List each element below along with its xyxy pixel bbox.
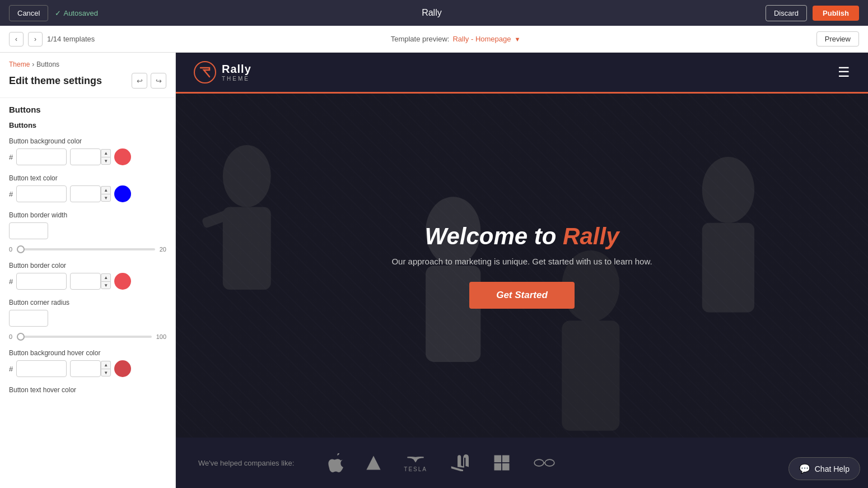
tesla-logo: TESLA [404, 454, 427, 472]
border-color-input[interactable]: eb4e54 [16, 273, 67, 290]
bg-color-row: # eb4e54 100% ▲ ▼ [9, 148, 166, 165]
subsection-title: Buttons [0, 117, 175, 133]
chat-help-button[interactable]: 💬 Chat Help [788, 457, 860, 480]
template-bar: ‹ › 1/14 templates Template preview: Ral… [0, 26, 868, 53]
next-template-button[interactable]: › [28, 32, 43, 47]
template-nav: ‹ › 1/14 templates [9, 32, 95, 47]
panel-title: Edit theme settings [9, 75, 102, 87]
top-bar-left: Cancel ✓ Autosaved [9, 5, 98, 21]
right-preview: Rally THEME ☰ [176, 53, 868, 488]
left-panel: Theme › Buttons Edit theme settings ↩ ↪ … [0, 53, 176, 488]
preview-label: Template preview: [391, 35, 450, 43]
border-opacity-down-btn[interactable]: ▼ [101, 281, 111, 289]
hover-bg-row: # d1464b 100% ▲ ▼ [9, 360, 166, 377]
bg-color-input[interactable]: eb4e54 [16, 148, 67, 165]
template-count: 1/14 templates [47, 35, 95, 43]
hover-bg-field: Button background hover color # d1464b 1… [0, 345, 175, 382]
hero-title: Welcome to Rally [391, 223, 652, 250]
rally-hero: Welcome to Rally Our approach to marketi… [176, 94, 868, 438]
svg-point-0 [223, 145, 271, 207]
border-opacity-wrap: 100% ▲ ▼ [70, 273, 111, 290]
hover-opacity-spinner: ▲ ▼ [101, 361, 111, 377]
border-opacity-spinner: ▲ ▼ [101, 273, 111, 289]
autosaved-status: ✓ Autosaved [55, 9, 97, 17]
main-layout: Theme › Buttons Edit theme settings ↩ ↪ … [0, 53, 868, 488]
template-preview-area: Template preview: Rally - Homepage ▼ [391, 35, 521, 43]
section-title: Buttons [0, 100, 175, 117]
rally-hero-content: Welcome to Rally Our approach to marketi… [380, 212, 663, 320]
hash-symbol: # [9, 153, 13, 161]
opacity-down-btn[interactable]: ▼ [101, 157, 111, 165]
hero-cta-button[interactable]: Get Started [469, 282, 575, 309]
svg-point-14 [534, 459, 544, 466]
rally-logo-text: Rally THEME [222, 63, 251, 82]
undo-button[interactable]: ↩ [132, 73, 147, 89]
section-divider [0, 97, 175, 98]
hover-bg-swatch[interactable] [114, 360, 131, 377]
discard-button[interactable]: Discard [766, 5, 807, 21]
meta-logo [533, 457, 556, 469]
corner-radius-slider-row: 0 100 [0, 331, 175, 345]
preview-inner: Rally THEME ☰ [176, 53, 868, 488]
hover-opacity-down-btn[interactable]: ▼ [101, 369, 111, 377]
apple-logo [328, 453, 343, 472]
publish-button[interactable]: Publish [813, 6, 859, 21]
text-opacity-up-btn[interactable]: ▲ [101, 186, 111, 194]
text-opacity-down-btn[interactable]: ▼ [101, 194, 111, 202]
corner-radius-min: 0 [9, 333, 12, 340]
border-opacity-up-btn[interactable]: ▲ [101, 273, 111, 281]
corner-radius-label: Button corner radius [9, 299, 166, 306]
svg-rect-13 [502, 463, 510, 471]
bg-opacity-input[interactable]: 100% [70, 148, 101, 165]
opacity-up-btn[interactable]: ▲ [101, 149, 111, 157]
svg-rect-6 [702, 223, 754, 313]
border-width-field: Button border width 0 [0, 207, 175, 244]
logos-label: We've helped companies like: [198, 459, 294, 467]
chat-help-label: Chat Help [815, 464, 850, 473]
bg-color-field: Button background color # eb4e54 100% ▲ … [0, 133, 175, 170]
preview-link[interactable]: Rally - Homepage [452, 35, 511, 43]
border-width-slider[interactable] [17, 248, 155, 250]
windows-logo [493, 454, 510, 471]
bg-color-swatch[interactable] [114, 148, 131, 165]
border-color-field: Button border color # eb4e54 100% ▲ ▼ [0, 257, 175, 294]
hover-text-field: Button text hover color [0, 382, 175, 402]
hover-bg-input[interactable]: d1464b [16, 360, 67, 377]
redo-button[interactable]: ↪ [151, 73, 166, 89]
border-opacity-input[interactable]: 100% [70, 273, 101, 290]
hamburger-icon[interactable]: ☰ [838, 64, 850, 80]
hero-title-accent: Rally [563, 223, 619, 249]
dropdown-icon[interactable]: ▼ [514, 36, 520, 43]
text-opacity-wrap: 100% ▲ ▼ [70, 185, 111, 202]
hover-bg-label: Button background hover color [9, 349, 166, 357]
border-color-swatch[interactable] [114, 273, 131, 290]
breadcrumb-theme-link[interactable]: Theme [9, 61, 30, 68]
corner-radius-input[interactable]: 0 [9, 310, 48, 327]
corner-radius-slider[interactable] [17, 336, 152, 338]
border-width-max: 20 [160, 246, 166, 253]
border-width-input[interactable]: 0 [9, 222, 48, 239]
app-title: Rally [422, 8, 442, 18]
svg-rect-11 [502, 456, 510, 463]
bg-color-label: Button background color [9, 137, 166, 145]
breadcrumb-separator: › [32, 61, 34, 68]
border-width-label: Button border width [9, 211, 166, 219]
breadcrumb: Theme › Buttons [0, 53, 175, 71]
rally-header: Rally THEME ☰ [176, 53, 868, 92]
text-color-row: # 0600FF 100% ▲ ▼ [9, 185, 166, 202]
hover-opacity-up-btn[interactable]: ▲ [101, 361, 111, 369]
text-color-input[interactable]: 0600FF [16, 185, 67, 202]
cancel-button[interactable]: Cancel [9, 5, 48, 21]
preview-button[interactable]: Preview [816, 31, 859, 47]
prev-template-button[interactable]: ‹ [9, 32, 24, 47]
svg-rect-12 [494, 463, 502, 471]
border-color-label: Button border color [9, 262, 166, 269]
hero-title-static: Welcome to [425, 223, 563, 249]
text-color-swatch[interactable] [114, 185, 131, 202]
hover-opacity-input[interactable]: 100% [70, 360, 101, 377]
brand-logos: TESLA [328, 453, 556, 472]
text-opacity-input[interactable]: 100% [70, 185, 101, 202]
corner-radius-field: Button corner radius 0 [0, 294, 175, 331]
rally-site: Rally THEME ☰ [176, 53, 868, 488]
hover-text-label: Button text hover color [9, 386, 166, 394]
